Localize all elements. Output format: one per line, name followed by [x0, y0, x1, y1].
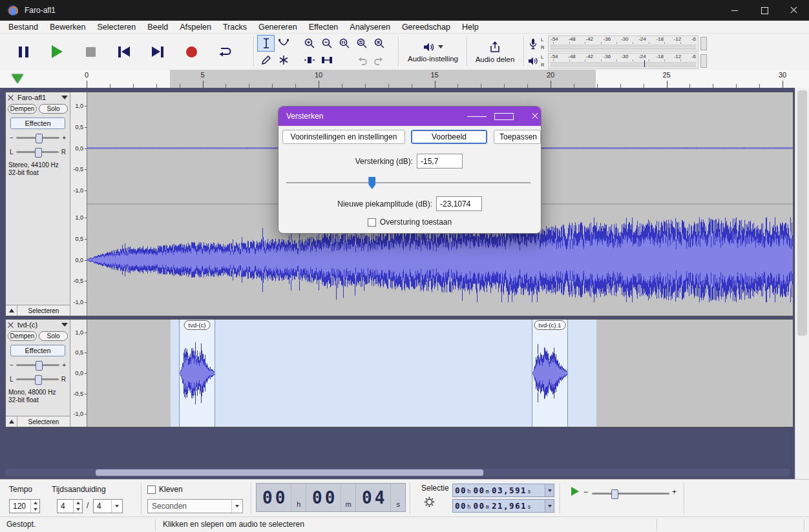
- menu-bewerken[interactable]: Bewerken: [44, 23, 92, 32]
- timesig-upper-spinner[interactable]: [73, 500, 82, 513]
- gain-slider-thumb[interactable]: [368, 177, 375, 189]
- gain-input[interactable]: -15,7: [417, 154, 463, 169]
- track1-effects-button[interactable]: Effecten: [10, 118, 65, 129]
- snap-checkbox[interactable]: [147, 486, 156, 494]
- clip-name-pill[interactable]: tvd-(c).1: [534, 320, 566, 330]
- recording-meter[interactable]: LR -54-48-42-36-30-24-18-12-6: [527, 36, 707, 52]
- close-button[interactable]: [779, 0, 809, 21]
- pan-thumb[interactable]: [35, 375, 42, 385]
- track1-vertical-ruler[interactable]: 1,00,50,0-0,5-1,01,00,50,0-0,5-1,0: [70, 92, 87, 316]
- silence-audio-button[interactable]: [318, 52, 335, 68]
- horizontal-scrollbar-thumb[interactable]: [96, 469, 483, 476]
- gain-thumb[interactable]: [36, 361, 43, 371]
- snap-unit-dropdown[interactable]: Seconden: [147, 499, 243, 513]
- selection-end-field[interactable]: 00h 00m 21,961s: [452, 499, 554, 513]
- track2-collapse-button[interactable]: [6, 416, 17, 427]
- track1-gain-slider[interactable]: − +: [6, 130, 70, 145]
- timeline-ruler[interactable]: 051015202530: [0, 70, 809, 88]
- record-button[interactable]: [176, 37, 207, 66]
- selection-settings-button[interactable]: [424, 496, 435, 507]
- clip-waveform[interactable]: [180, 320, 215, 427]
- maximize-button[interactable]: [750, 0, 779, 21]
- track1-select-button[interactable]: Selecteren: [17, 305, 70, 316]
- dialog-close-button[interactable]: [514, 107, 541, 126]
- pan-thumb[interactable]: [35, 148, 42, 158]
- track1-menu-icon[interactable]: [61, 96, 68, 99]
- horizontal-scrollbar[interactable]: [5, 469, 790, 476]
- skip-to-end-button[interactable]: [142, 37, 173, 66]
- track2-mute-button[interactable]: Dempen: [8, 331, 37, 341]
- share-audio-button[interactable]: Audio delen: [469, 36, 521, 68]
- chevron-down-icon[interactable]: [545, 500, 554, 512]
- menu-afspelen[interactable]: Afspelen: [174, 23, 217, 32]
- peak-amplitude-input[interactable]: -23,1074: [436, 196, 482, 211]
- menu-help[interactable]: Help: [456, 23, 485, 32]
- chevron-down-icon[interactable]: [545, 484, 554, 496]
- dialog-maximize-button[interactable]: [487, 107, 514, 126]
- zoom-toggle-button[interactable]: [370, 35, 388, 52]
- timesig-lower-select[interactable]: 4: [93, 499, 123, 513]
- speed-thumb[interactable]: [611, 489, 618, 499]
- menu-bestand[interactable]: Bestand: [3, 23, 44, 32]
- audio-setup-button[interactable]: Audio-instelling: [402, 36, 464, 68]
- menu-effecten[interactable]: Effecten: [303, 23, 344, 32]
- pause-button[interactable]: [8, 37, 39, 66]
- zoom-out-button[interactable]: [318, 35, 335, 52]
- menu-analyseren[interactable]: Analyseren: [344, 23, 396, 32]
- presets-button[interactable]: Voorinstellingen en instellingen: [282, 130, 405, 144]
- redo-button[interactable]: [370, 52, 388, 68]
- track2-pan-slider[interactable]: L R: [6, 372, 70, 386]
- apply-button[interactable]: Toepassen: [494, 130, 541, 144]
- tempo-input[interactable]: 120: [9, 499, 40, 513]
- menu-tracks[interactable]: Tracks: [217, 23, 253, 32]
- clip-waveform[interactable]: [532, 320, 567, 427]
- track2-name[interactable]: tvd-(c): [17, 321, 59, 329]
- audio-clip[interactable]: tvd-(c): [179, 320, 215, 427]
- playback-meter[interactable]: LR -54-48-42-36-30-24-18-12-6: [527, 53, 707, 69]
- playback-time-display[interactable]: 00 h 00 m 04 s: [256, 483, 406, 512]
- track2-close-button[interactable]: [8, 322, 16, 328]
- track1-name[interactable]: Faro-afl1: [17, 94, 59, 101]
- menu-gereedschap[interactable]: Gereedschap: [396, 23, 456, 32]
- loop-button[interactable]: [209, 37, 240, 66]
- envelope-tool-button[interactable]: [275, 35, 292, 52]
- play-speed-slider[interactable]: [592, 493, 669, 495]
- vertical-scrollbar-thumb[interactable]: [797, 90, 807, 336]
- meter-resize-handle[interactable]: [700, 54, 707, 68]
- timesig-upper-input[interactable]: 4: [57, 499, 83, 513]
- skip-to-start-button[interactable]: [109, 37, 140, 66]
- selection-start-field[interactable]: 00h 00m 03,591s: [452, 484, 554, 497]
- multi-tool-button[interactable]: [275, 52, 292, 68]
- gain-thumb[interactable]: [36, 134, 43, 143]
- track2-effects-button[interactable]: Effecten: [10, 345, 65, 356]
- trim-audio-button[interactable]: [300, 52, 318, 68]
- audio-clip[interactable]: tvd-(c).1: [532, 320, 568, 427]
- minimize-button[interactable]: [720, 0, 750, 21]
- stop-button[interactable]: [75, 37, 106, 66]
- zoom-in-button[interactable]: [300, 35, 318, 52]
- tempo-spinner[interactable]: [30, 500, 39, 513]
- time-minutes[interactable]: 00: [306, 484, 341, 511]
- track2-vertical-ruler[interactable]: 1,00,50,0-0,5-1,0: [70, 320, 87, 427]
- time-seconds[interactable]: 04: [356, 484, 391, 511]
- track1-solo-button[interactable]: Solo: [39, 104, 68, 114]
- menu-selecteren[interactable]: Selecteren: [91, 23, 142, 32]
- undo-button[interactable]: [353, 52, 370, 68]
- track1-close-button[interactable]: [8, 95, 16, 101]
- preview-button[interactable]: Voorbeeld: [411, 130, 487, 144]
- track2-waveform-area[interactable]: tvd-(c) tvd-(c).1: [87, 320, 793, 427]
- meter-resize-handle[interactable]: [700, 37, 707, 50]
- selection-tool-button[interactable]: [257, 35, 275, 52]
- clip-name-pill[interactable]: tvd-(c): [184, 320, 211, 330]
- time-hours[interactable]: 00: [257, 484, 291, 511]
- allow-clipping-checkbox[interactable]: [368, 218, 376, 227]
- gain-slider[interactable]: [286, 176, 531, 189]
- dialog-title-bar[interactable]: Versterken: [278, 107, 541, 126]
- track2-gain-slider[interactable]: − +: [6, 358, 70, 372]
- track2-solo-button[interactable]: Solo: [39, 331, 68, 341]
- menu-genereren[interactable]: Genereren: [253, 23, 303, 32]
- track1-mute-button[interactable]: Dempen: [8, 104, 37, 114]
- track2-menu-icon[interactable]: [61, 323, 68, 327]
- draw-tool-button[interactable]: [257, 52, 275, 68]
- vertical-scrollbar[interactable]: [795, 88, 809, 479]
